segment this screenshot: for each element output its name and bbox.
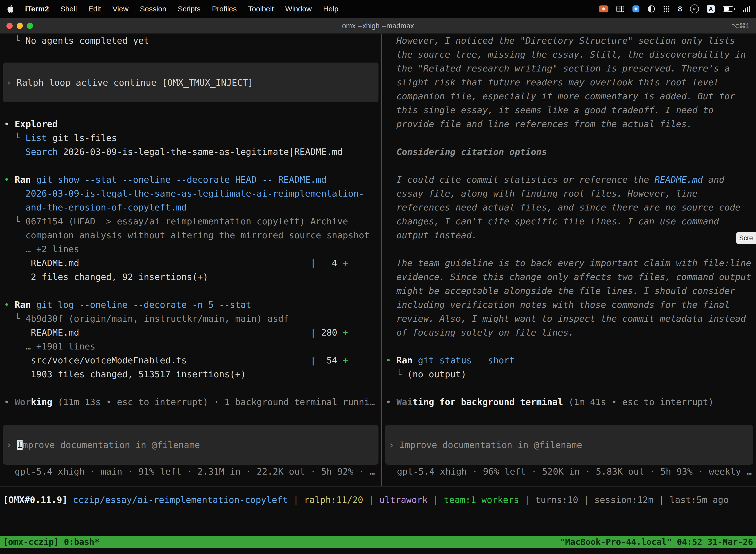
menu-bar-menus: iTerm2ShellEditViewSessionScriptsProfile… — [7, 5, 338, 13]
terminal-line: the source tree, missing the essay. Stil… — [382, 48, 756, 62]
terminal-line: 2 files changed, 92 insertions(+) — [0, 270, 381, 284]
terminal-line: • Waiting for background terminal (1m 41… — [382, 395, 756, 409]
terminal-pane-right[interactable]: However, I noticed the "Directory Struct… — [382, 34, 756, 486]
terminal-line: └ List git ls-files — [0, 131, 381, 145]
menu-item-scripts[interactable]: Scripts — [178, 5, 201, 13]
menu-item-profiles[interactable]: Profiles — [212, 5, 237, 13]
terminal-pane-left[interactable]: └ No agents completed yet› Ralph loop ac… — [0, 34, 381, 486]
terminal-line: • Ran git log --oneline --decorate -n 5 … — [0, 298, 381, 312]
zoom-window-button[interactable] — [27, 22, 33, 29]
terminal-line: the "Related research writing" section i… — [382, 62, 756, 75]
battery-percent-icon[interactable]: .61 — [690, 4, 699, 13]
terminal-line: review. Also, I might want to inspect th… — [382, 312, 756, 326]
terminal-line: The team guideline is to back every impo… — [382, 256, 756, 270]
terminal-line: • Ran git status --short — [382, 353, 756, 367]
terminal-line — [382, 131, 756, 145]
menu-bar-status-icons: 8 .61 A — [599, 3, 751, 14]
window-title: omx --xhigh --madmax — [342, 21, 414, 30]
menu-item-window[interactable]: Window — [285, 5, 312, 13]
battery-cap — [734, 8, 735, 10]
terminal-line — [0, 284, 381, 298]
pane-right-lines: However, I noticed the "Directory Struct… — [382, 34, 756, 409]
terminal-line — [0, 48, 381, 62]
battery-body — [723, 6, 733, 12]
screen-edge-tab[interactable]: Scre — [736, 232, 756, 244]
menu-item-toolbelt[interactable]: Toolbelt — [248, 5, 274, 13]
terminal-line — [0, 103, 381, 117]
minimize-window-button[interactable] — [17, 22, 23, 29]
half-circle-app-icon[interactable] — [648, 3, 655, 14]
menu-item-session[interactable]: Session — [140, 5, 167, 13]
terminal-line: including verification notes with those … — [382, 298, 756, 312]
apple-menu-icon[interactable] — [7, 5, 14, 13]
terminal-line: slight risk that future readers may over… — [382, 75, 756, 89]
terminal-line — [0, 159, 381, 173]
menu-item-shell[interactable]: Shell — [60, 5, 77, 13]
tmux-host-time-label: "MacBook-Pro-44.local" 04:52 31-Mar-26 — [560, 537, 753, 547]
input-source-icon[interactable]: A — [707, 5, 715, 13]
terminal-line: and-the-erosion-of-copyleft.md — [0, 201, 381, 214]
terminal-line: src/voice/voiceModeEnabled.ts | 54 + — [0, 353, 381, 367]
input-source-label: A — [709, 6, 713, 12]
window-shortcut-badge: ⌥⌘1 — [732, 22, 750, 30]
screen-recording-icon[interactable] — [599, 5, 609, 12]
terminal-line: essay file, along with finding root file… — [382, 187, 756, 201]
window-title-bar: omx --xhigh --madmax ⌥⌘1 — [0, 18, 756, 34]
recording-dot-icon — [602, 7, 605, 10]
battery-percent-label: .61 — [692, 7, 697, 11]
terminal-line: references need actual files, and since … — [382, 201, 756, 214]
terminal-line: evidence. Since this change only affects… — [382, 270, 756, 284]
menu-item-edit[interactable]: Edit — [88, 5, 101, 13]
prompt-input-left[interactable]: › Improve documentation in @filename — [3, 425, 378, 465]
terminal-line: 1903 files changed, 513517 insertions(+) — [0, 367, 381, 381]
pane-left-lines: └ No agents completed yet› Ralph loop ac… — [0, 34, 381, 409]
terminal-line: └ No agents completed yet — [0, 34, 381, 48]
terminal-line: might be acceptable alongside the file l… — [382, 284, 756, 298]
signal-icon[interactable] — [743, 3, 751, 14]
terminal-line: provide file and line references from th… — [382, 117, 756, 131]
terminal-line: • Ran git show --stat --oneline --decora… — [0, 173, 381, 187]
model-status-left: gpt-5.4 xhigh · main · 91% left · 2.31M … — [0, 465, 381, 479]
terminal-line: README.md | 280 + — [0, 326, 381, 340]
terminal-line: └ 067f154 (HEAD -> essay/ai-reimplementa… — [0, 214, 381, 228]
terminal-line: • Working (11m 13s • esc to interrupt) ·… — [0, 395, 381, 409]
terminal-line — [382, 159, 756, 173]
terminal: └ No agents completed yet› Ralph loop ac… — [0, 34, 756, 554]
ralph-loop-banner: › Ralph loop active continue [OMX_TMUX_I… — [3, 63, 378, 102]
terminal-line: However, I noticed the "Directory Struct… — [382, 34, 756, 48]
menu-item-view[interactable]: View — [113, 5, 128, 13]
battery-fill — [724, 7, 729, 11]
terminal-line: companion file, especially if more comme… — [382, 89, 756, 103]
terminal-line: of focusing solely on file lines. — [382, 326, 756, 340]
terminal-line: … +1901 lines — [0, 340, 381, 353]
terminal-line: 2026-03-09-is-legal-the-same-as-legitima… — [0, 187, 381, 201]
terminal-line: └ 4b9d30f (origin/main, instructkr/main,… — [0, 312, 381, 326]
status-separator — [0, 486, 756, 487]
terminal-line — [382, 242, 756, 256]
screen: iTerm2ShellEditViewSessionScriptsProfile… — [0, 0, 756, 554]
prompt-input-right[interactable]: › Improve documentation in @filename — [385, 425, 753, 465]
battery-icon[interactable] — [723, 3, 735, 14]
omx-status-line: [OMX#0.11.9] cczip/essay/ai-reimplementa… — [0, 493, 756, 507]
terminal-line: I could cite commit statistics or refere… — [382, 173, 756, 187]
tmux-session-label: [omx-cczip] 0:bash* — [3, 537, 100, 547]
menu-item-iterm2[interactable]: iTerm2 — [25, 5, 49, 13]
menu-bar: iTerm2ShellEditViewSessionScriptsProfile… — [0, 0, 756, 18]
menu-item-help[interactable]: Help — [323, 5, 338, 13]
terminal-line: output instead. — [382, 228, 756, 242]
dots-grid-icon[interactable] — [663, 3, 670, 14]
close-window-button[interactable] — [6, 22, 13, 29]
model-status-right: gpt-5.4 xhigh · 96% left · 520K in · 5.8… — [382, 465, 756, 479]
terminal-line — [0, 381, 381, 395]
terminal-line — [382, 381, 756, 395]
terminal-line: • Explored — [0, 117, 381, 131]
terminal-line: Search 2026-03-09-is-legal-the-same-as-l… — [0, 145, 381, 159]
terminal-line: this single essay, it seems like a good … — [382, 103, 756, 117]
menu-item-list: iTerm2ShellEditViewSessionScriptsProfile… — [25, 5, 338, 13]
figure-eight-app-icon[interactable]: 8 — [678, 3, 682, 14]
blue-app-icon[interactable] — [632, 3, 640, 14]
terminal-line: companion analysis without altering the … — [0, 228, 381, 242]
tmux-status-bar: [omx-cczip] 0:bash* "MacBook-Pro-44.loca… — [0, 536, 756, 548]
grid-table-icon[interactable] — [616, 3, 624, 14]
terminal-line: … +2 lines — [0, 242, 381, 256]
